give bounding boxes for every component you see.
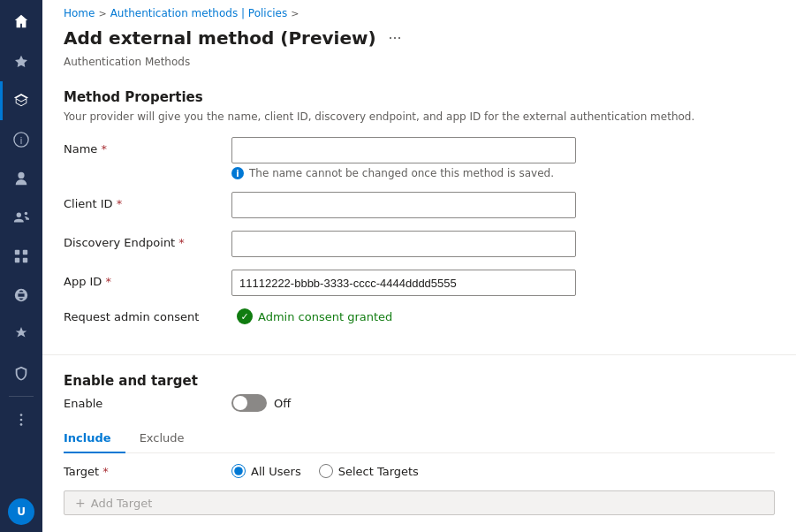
- admin-consent-text: Admin consent granted: [258, 310, 392, 323]
- breadcrumb-sep-1: >: [98, 8, 106, 19]
- sidebar-item-users[interactable]: [0, 159, 42, 198]
- discovery-endpoint-input[interactable]: [231, 231, 576, 257]
- client-id-label: Client ID *: [64, 192, 231, 210]
- radio-select-targets-label: Select Targets: [338, 465, 419, 478]
- target-required: *: [102, 465, 109, 478]
- add-target-label: Add Target: [91, 497, 153, 510]
- table-header-row: Name Type Registration: [64, 528, 775, 532]
- app-id-control-area: 11112222-bbbb-3333-cccc-4444dddd5555: [231, 270, 775, 296]
- col-actions: [683, 528, 775, 532]
- radio-all-users[interactable]: All Users: [231, 464, 301, 478]
- svg-point-8: [20, 423, 23, 426]
- sidebar-item-home[interactable]: [0, 0, 42, 42]
- targets-table: Name Type Registration All Users Group O…: [64, 528, 775, 532]
- include-exclude-tabs: Include Exclude: [64, 424, 775, 453]
- discovery-required: *: [178, 236, 185, 249]
- page-title: Add external method (Preview): [64, 27, 376, 49]
- info-icon: i: [231, 167, 244, 179]
- target-radio-group: All Users Select Targets: [231, 464, 419, 478]
- name-control-area: i The name cannot be changed once this m…: [231, 137, 775, 179]
- radio-select-targets-input[interactable]: [319, 464, 333, 478]
- add-target-button[interactable]: + Add Target: [64, 490, 775, 515]
- method-properties-desc: Your provider will give you the name, cl…: [64, 110, 775, 123]
- breadcrumb-sep-2: >: [291, 8, 299, 19]
- col-type: Type: [239, 528, 371, 532]
- sidebar-item-roles[interactable]: [0, 315, 42, 353]
- breadcrumb-home[interactable]: Home: [64, 7, 95, 19]
- discovery-endpoint-label: Discovery Endpoint *: [64, 231, 231, 249]
- admin-consent-row: Request admin consent ✓ Admin consent gr…: [64, 308, 775, 324]
- page-subtitle: Authentication Methods: [42, 56, 796, 79]
- svg-text:i: i: [20, 135, 23, 147]
- enable-toggle[interactable]: [231, 394, 267, 412]
- avatar[interactable]: U: [8, 498, 34, 525]
- sidebar-item-external[interactable]: [0, 276, 42, 315]
- target-row: Target * All Users Select Targets: [64, 464, 775, 478]
- client-id-required: *: [117, 197, 123, 210]
- client-id-row: Client ID *: [64, 192, 775, 218]
- sidebar-item-apps[interactable]: [0, 237, 42, 276]
- method-properties-section: Method Properties Your provider will giv…: [42, 79, 796, 347]
- page-header: Add external method (Preview) ···: [42, 23, 796, 56]
- name-info-msg: i The name cannot be changed once this m…: [231, 167, 775, 179]
- sidebar-item-security[interactable]: [0, 353, 42, 392]
- client-id-input[interactable]: [231, 192, 576, 218]
- svg-rect-3: [23, 250, 27, 255]
- enable-label: Enable: [64, 397, 231, 410]
- add-target-plus-icon: +: [75, 496, 86, 510]
- sidebar: i U: [0, 0, 42, 532]
- tab-include[interactable]: Include: [64, 424, 125, 453]
- svg-point-7: [20, 419, 23, 422]
- breadcrumb-policies[interactable]: Authentication methods | Policies: [110, 7, 288, 19]
- toggle-wrap: Off: [231, 394, 291, 412]
- admin-consent-label: Request admin consent: [64, 310, 231, 323]
- svg-point-6: [20, 414, 23, 416]
- name-row: Name * i The name cannot be changed once…: [64, 137, 775, 179]
- name-info-text: The name cannot be changed once this met…: [249, 167, 554, 179]
- toggle-state-text: Off: [274, 397, 291, 410]
- radio-all-users-input[interactable]: [231, 464, 246, 478]
- sidebar-item-more[interactable]: [0, 400, 42, 439]
- name-label: Name *: [64, 137, 231, 156]
- more-options-button[interactable]: ···: [383, 27, 407, 49]
- app-id-input[interactable]: 11112222-bbbb-3333-cccc-4444dddd5555: [231, 270, 576, 296]
- consent-check-icon: ✓: [237, 308, 253, 324]
- sidebar-item-info[interactable]: i: [0, 120, 42, 159]
- main-content: Home > Authentication methods | Policies…: [42, 0, 796, 532]
- breadcrumb: Home > Authentication methods | Policies…: [42, 0, 796, 23]
- radio-select-targets[interactable]: Select Targets: [319, 464, 419, 478]
- target-label: Target *: [64, 465, 231, 478]
- app-id-required: *: [106, 275, 112, 288]
- name-required: *: [102, 142, 108, 156]
- enable-row: Enable Off: [64, 394, 775, 412]
- sidebar-bottom: U: [8, 498, 34, 532]
- enable-target-title: Enable and target: [64, 373, 775, 389]
- section-divider: [42, 354, 796, 355]
- svg-rect-4: [15, 258, 19, 262]
- svg-rect-2: [15, 250, 19, 255]
- col-registration: Registration: [371, 528, 683, 532]
- tab-exclude[interactable]: Exclude: [125, 424, 199, 453]
- app-id-row: App ID * 11112222-bbbb-3333-cccc-4444ddd…: [64, 270, 775, 296]
- discovery-endpoint-control-area: [231, 231, 775, 257]
- discovery-endpoint-row: Discovery Endpoint *: [64, 231, 775, 257]
- app-id-label: App ID *: [64, 270, 231, 288]
- svg-rect-5: [23, 258, 27, 262]
- client-id-control-area: [231, 192, 775, 218]
- sidebar-divider: [9, 396, 34, 397]
- radio-all-users-label: All Users: [251, 465, 301, 478]
- col-name: Name: [64, 528, 239, 532]
- sidebar-item-groups[interactable]: [0, 198, 42, 237]
- sidebar-item-azure-ad[interactable]: [0, 81, 42, 120]
- enable-target-section: Enable and target Enable Off Include Exc…: [42, 362, 796, 532]
- admin-consent-badge: ✓ Admin consent granted: [237, 308, 392, 324]
- sidebar-item-favorites[interactable]: [0, 42, 42, 81]
- name-input[interactable]: [231, 137, 576, 163]
- method-properties-title: Method Properties: [64, 89, 775, 105]
